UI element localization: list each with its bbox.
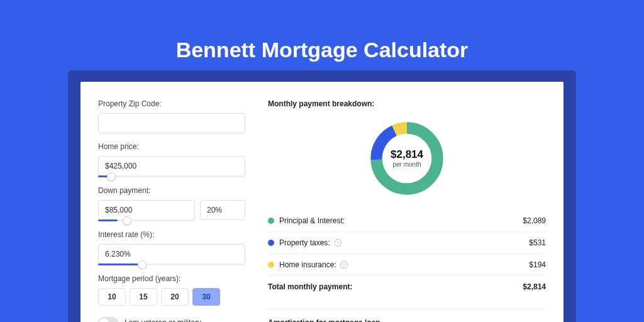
interest-rate-slider[interactable]	[98, 264, 245, 265]
home-price-slider[interactable]	[98, 175, 245, 177]
legend-total-value: $2,814	[523, 282, 546, 291]
interest-rate-input[interactable]	[98, 244, 245, 264]
legend-total: Total monthly payment: $2,814	[268, 276, 546, 297]
legend-label: Home insurance: ?	[279, 260, 529, 269]
down-payment-input[interactable]	[98, 200, 195, 220]
donut-chart: $2,814 per month	[367, 118, 447, 199]
legend-label: Property taxes: ?	[279, 238, 529, 247]
legend-value: $2,089	[523, 216, 546, 225]
legend-value: $531	[529, 238, 546, 247]
down-payment-label: Down payment:	[98, 186, 245, 195]
breakdown-title: Monthly payment breakdown:	[268, 99, 546, 108]
legend-value: $194	[529, 260, 546, 269]
veteran-toggle[interactable]	[98, 317, 118, 322]
legend-property-taxes: Property taxes: ? $531	[268, 232, 546, 254]
donut-sub: per month	[392, 161, 421, 168]
breakdown-column: Monthly payment breakdown: $2,814 per mo…	[257, 82, 564, 322]
interest-rate-slider-fill	[98, 264, 142, 265]
zip-input[interactable]	[98, 113, 245, 133]
down-payment-slider-thumb[interactable]	[123, 216, 131, 225]
legend-label: Principal & Interest:	[279, 216, 523, 225]
dot-icon	[268, 218, 274, 224]
amortization-card: Amortization for mortgage loan Amortizat…	[268, 309, 546, 322]
period-option-10[interactable]: 10	[98, 288, 126, 306]
interest-rate-slider-thumb[interactable]	[138, 260, 147, 269]
home-price-input[interactable]	[98, 156, 245, 176]
down-payment-pct-input[interactable]	[200, 200, 245, 220]
down-payment-field: Down payment:	[98, 186, 245, 221]
page-title: Bennett Mortgage Calculator	[0, 0, 644, 81]
period-option-20[interactable]: 20	[161, 288, 189, 306]
home-price-label: Home price:	[98, 142, 245, 151]
down-payment-slider-fill	[98, 219, 118, 221]
zip-label: Property Zip Code:	[98, 99, 245, 108]
zip-field: Property Zip Code:	[98, 99, 245, 133]
period-option-30[interactable]: 30	[192, 288, 220, 306]
home-price-field: Home price:	[98, 142, 245, 177]
veteran-label: I am veteran or military	[125, 318, 201, 322]
dot-icon	[268, 240, 274, 246]
mortgage-period-label: Mortgage period (years):	[98, 274, 245, 283]
period-option-15[interactable]: 15	[130, 288, 157, 306]
legend-home-insurance: Home insurance: ? $194	[268, 254, 546, 276]
veteran-toggle-knob	[99, 318, 108, 322]
calculator-panel: Property Zip Code: Home price: Down paym…	[80, 82, 564, 322]
interest-rate-field: Interest rate (%):	[98, 230, 245, 265]
donut-chart-wrap: $2,814 per month	[268, 118, 546, 199]
donut-amount: $2,814	[391, 149, 423, 160]
dot-icon	[268, 262, 274, 268]
mortgage-period-field: Mortgage period (years): 10 15 20 30	[98, 274, 245, 306]
legend-total-label: Total monthly payment:	[268, 282, 523, 291]
info-icon[interactable]: ?	[334, 239, 341, 247]
donut-center: $2,814 per month	[367, 118, 447, 199]
down-payment-slider[interactable]	[98, 219, 245, 221]
info-icon[interactable]: ?	[340, 261, 348, 269]
interest-rate-label: Interest rate (%):	[98, 230, 245, 239]
home-price-slider-thumb[interactable]	[107, 172, 116, 181]
legend-principal-interest: Principal & Interest: $2,089	[268, 210, 546, 232]
mortgage-period-options: 10 15 20 30	[98, 288, 245, 306]
amortization-title: Amortization for mortgage loan	[268, 318, 546, 322]
form-column: Property Zip Code: Home price: Down paym…	[80, 82, 257, 322]
veteran-row: I am veteran or military	[98, 317, 245, 322]
